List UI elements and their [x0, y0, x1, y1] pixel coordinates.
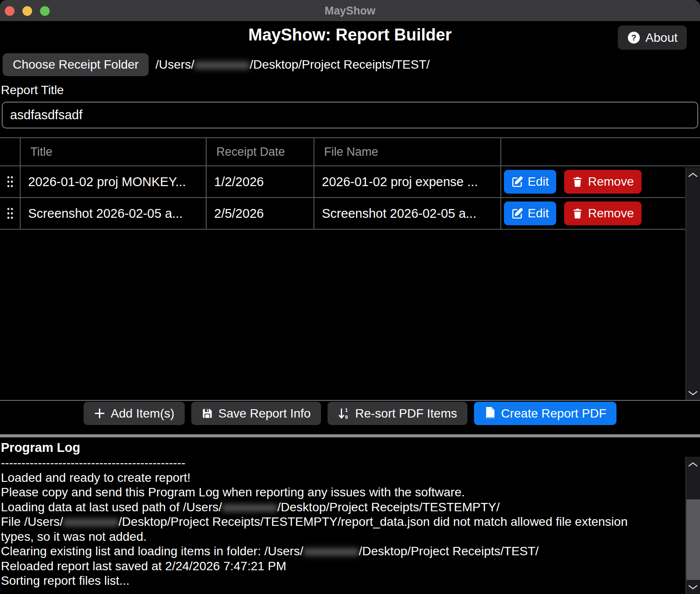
about-button[interactable]: ? About — [618, 26, 687, 50]
svg-text:?: ? — [631, 33, 636, 42]
chevron-up-icon[interactable] — [688, 461, 698, 467]
drag-handle-icon — [7, 207, 14, 220]
edit-label: Edit — [528, 206, 549, 220]
sort-numeric-icon: 19 — [338, 407, 350, 420]
folder-path-suffix: /Desktop/Project Receipts/TEST/ — [250, 58, 430, 71]
save-report-label: Save Report Info — [219, 407, 311, 421]
program-log-title: Program Log — [1, 440, 700, 455]
redacted-username: xxxxxxxxx — [63, 514, 119, 529]
table-header-row: Title Receipt Date File Name — [0, 138, 700, 166]
chevron-up-icon[interactable] — [688, 172, 698, 178]
column-header-actions — [501, 138, 700, 165]
app-window: MayShow MayShow: Report Builder ? About … — [0, 0, 700, 594]
create-report-pdf-button[interactable]: PDF Create Report PDF — [474, 402, 617, 425]
table-row: 2026-01-02 proj MONKEY... 1/2/2026 2026-… — [0, 166, 685, 198]
row-file: 2026-01-02 proj expense ... — [314, 166, 501, 197]
log-line: Loading data at last used path of /Users… — [1, 500, 663, 515]
plus-icon — [94, 407, 106, 419]
row-drag-handle[interactable] — [0, 198, 21, 229]
row-title: 2026-01-02 proj MONKEY... — [21, 166, 207, 197]
redacted-username: xxxxxxxxx — [194, 58, 250, 72]
table-scrollbar[interactable] — [685, 167, 700, 400]
save-icon — [201, 407, 213, 419]
edit-icon — [511, 208, 523, 220]
actions-row: Add Item(s) Save Report Info 19 Re-sort … — [0, 402, 700, 425]
svg-text:9: 9 — [345, 414, 347, 420]
svg-text:1: 1 — [345, 407, 347, 413]
log-divider — [0, 434, 700, 437]
row-drag-handle[interactable] — [0, 166, 21, 197]
create-report-pdf-label: Create Report PDF — [501, 407, 607, 421]
log-line: Reloaded report last saved at 2/24/2026 … — [1, 559, 663, 574]
remove-button[interactable]: Remove — [564, 202, 641, 225]
log-line: Sorting report files list... — [1, 573, 663, 588]
row-file: Screenshot 2026-02-05 a... — [314, 198, 501, 229]
drag-handle-icon — [7, 176, 14, 188]
remove-label: Remove — [588, 206, 634, 220]
log-line: Loaded and ready to create report! — [1, 470, 663, 485]
program-log-body: ----------------------------------------… — [1, 455, 663, 588]
row-actions: Edit Remove — [501, 198, 685, 229]
scrollbar-thumb[interactable] — [686, 499, 700, 580]
chevron-down-icon[interactable] — [688, 390, 698, 396]
choose-folder-button[interactable]: Choose Receipt Folder — [3, 53, 149, 76]
window-title: MayShow — [0, 0, 700, 21]
row-title: Screenshot 2026-02-05 a... — [21, 198, 207, 229]
edit-icon — [511, 176, 523, 188]
report-title-input[interactable] — [2, 102, 698, 128]
resort-pdf-button[interactable]: 19 Re-sort PDF Items — [328, 402, 467, 425]
trash-icon — [572, 208, 583, 220]
trash-icon — [572, 176, 583, 188]
chevron-down-icon[interactable] — [688, 584, 698, 590]
remove-label: Remove — [588, 175, 634, 189]
table-body: 2026-01-02 proj MONKEY... 1/2/2026 2026-… — [0, 166, 685, 230]
log-line: Clearing existing list and loading items… — [1, 544, 663, 559]
edit-button[interactable]: Edit — [504, 202, 556, 225]
report-title-label: Report Title — [1, 83, 64, 97]
column-header-handle — [0, 138, 21, 165]
remove-button[interactable]: Remove — [564, 170, 641, 194]
folder-row: Choose Receipt Folder /Users/xxxxxxxxx/D… — [3, 53, 430, 76]
row-date: 2/5/2026 — [207, 198, 314, 229]
question-circle-icon: ? — [627, 31, 641, 44]
folder-path: /Users/xxxxxxxxx/Desktop/Project Receipt… — [155, 58, 430, 72]
column-header-date: Receipt Date — [207, 138, 314, 165]
table-row: Screenshot 2026-02-05 a... 2/5/2026 Scre… — [0, 198, 685, 230]
log-scrollbar[interactable] — [685, 457, 700, 594]
folder-path-prefix: /Users/ — [155, 58, 194, 71]
log-line: Please copy and send this Program Log wh… — [1, 485, 663, 500]
column-header-file: File Name — [314, 138, 501, 165]
save-report-button[interactable]: Save Report Info — [191, 402, 321, 425]
edit-button[interactable]: Edit — [504, 170, 556, 194]
row-date: 1/2/2026 — [207, 166, 314, 197]
resort-pdf-label: Re-sort PDF Items — [355, 407, 457, 421]
program-log: Program Log ----------------------------… — [0, 437, 700, 594]
about-label: About — [645, 31, 678, 45]
svg-text:PDF: PDF — [486, 416, 495, 420]
page-title: MayShow: Report Builder — [0, 26, 700, 44]
redacted-username: xxxxxxxxx — [222, 500, 277, 515]
add-items-label: Add Item(s) — [111, 407, 175, 421]
log-line: File /Users/xxxxxxxxx/Desktop/Project Re… — [1, 514, 663, 544]
redacted-username: xxxxxxxxx — [303, 544, 359, 559]
edit-label: Edit — [528, 175, 549, 189]
add-items-button[interactable]: Add Item(s) — [84, 402, 185, 425]
log-line: ----------------------------------------… — [1, 455, 663, 470]
pdf-file-icon: PDF — [484, 407, 496, 420]
column-header-title: Title — [21, 138, 207, 165]
row-actions: Edit Remove — [501, 166, 685, 197]
items-table: Title Receipt Date File Name 2026-01-02 … — [0, 137, 700, 401]
titlebar: MayShow — [0, 0, 700, 21]
